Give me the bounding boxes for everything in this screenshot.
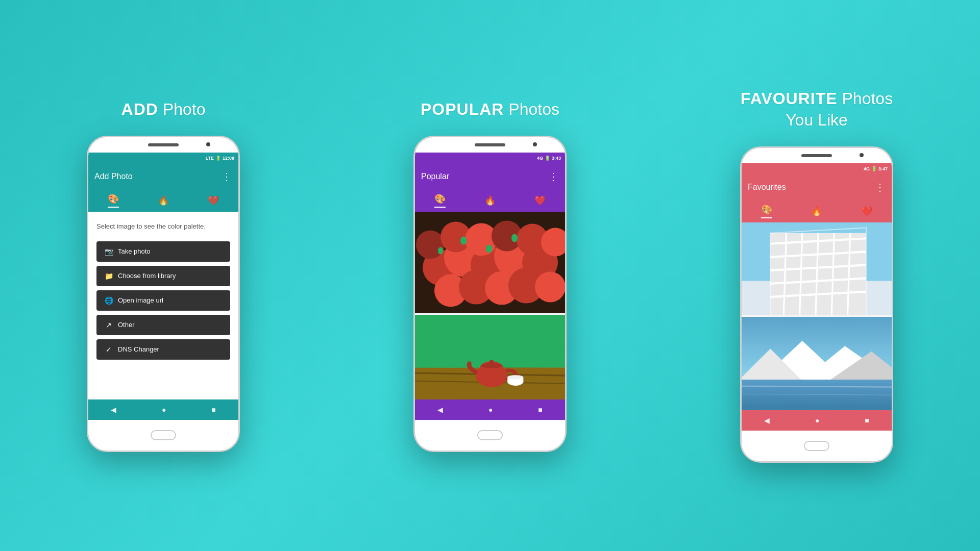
tab-fire-3[interactable]: 🔥: [811, 206, 822, 217]
status-bar-3: 4G 🔋 3:47: [742, 163, 892, 174]
back-nav-2[interactable]: ◀: [437, 406, 443, 414]
app-bar-title-3: Favourites: [748, 183, 875, 192]
title-bold-popular: POPULAR: [421, 100, 504, 118]
nav-bar-2: ◀ ● ■: [415, 399, 565, 420]
tab-bar-1: 🎨 🔥 ❤️: [88, 189, 238, 212]
photo-grid-favourites: [742, 222, 892, 410]
signal-icon-3: 4G: [864, 166, 870, 171]
back-nav-1[interactable]: ◀: [111, 406, 116, 414]
home-nav-3[interactable]: ●: [815, 416, 819, 424]
tab-bar-2: 🎨 🔥 ❤️: [415, 189, 565, 212]
phone-camera-3: [860, 153, 864, 157]
phone-add-photo: LTE 🔋 12:09 Add Photo ⋮ 🎨 🔥 ❤️ Select im…: [87, 136, 240, 452]
tab-heart-2[interactable]: ❤️: [534, 195, 546, 206]
dns-changer-label: DNS Changer: [118, 345, 159, 353]
take-photo-label: Take photo: [118, 247, 151, 255]
section-favourites: FAVOURITE PhotosYou Like 4G 🔋 3:47 Favou…: [653, 88, 980, 462]
tab-heart-3[interactable]: ❤️: [861, 206, 872, 217]
open-url-label: Open image url: [118, 296, 163, 304]
svg-point-18: [486, 244, 492, 253]
battery-icon-1: 🔋: [215, 156, 221, 161]
phone-top-bar-2: [415, 137, 565, 153]
status-bar-2: 4G 🔋 3:43: [415, 153, 565, 164]
svg-point-20: [438, 247, 443, 254]
section-add-photo: ADD Photo LTE 🔋 12:09 Add Photo ⋮: [0, 99, 327, 452]
globe-icon: 🌐: [105, 296, 113, 305]
phone-speaker-3: [801, 154, 832, 157]
phone-home-button-2[interactable]: [477, 430, 503, 440]
more-menu-3[interactable]: ⋮: [875, 181, 886, 193]
share-icon: ↗: [105, 321, 113, 329]
phone-screen-1: LTE 🔋 12:09 Add Photo ⋮ 🎨 🔥 ❤️ Select im…: [88, 153, 238, 420]
svg-point-29: [489, 360, 494, 365]
title-normal-popular: Photos: [508, 100, 559, 118]
photo-mountain[interactable]: [742, 317, 892, 410]
phone-speaker-1: [148, 143, 179, 146]
screen-content-1: LTE 🔋 12:09 Add Photo ⋮ 🎨 🔥 ❤️ Select im…: [88, 153, 238, 420]
photo-pomegranates[interactable]: [415, 212, 565, 313]
recents-nav-2[interactable]: ■: [538, 406, 542, 414]
tab-palette-1[interactable]: 🎨: [108, 193, 119, 208]
signal-icon-2: 4G: [537, 156, 543, 161]
title-bold-add: ADD: [121, 100, 158, 118]
section-title-favourites: FAVOURITE PhotosYou Like: [741, 88, 893, 131]
choose-library-button[interactable]: 📁 Choose from library: [96, 266, 230, 286]
tab-fire-1[interactable]: 🔥: [158, 195, 169, 206]
svg-point-17: [460, 236, 467, 244]
dns-changer-button[interactable]: ✓ DNS Changer: [96, 339, 230, 360]
app-bar-title-1: Add Photo: [94, 172, 222, 181]
home-nav-1[interactable]: ●: [162, 406, 166, 414]
svg-point-19: [511, 234, 518, 242]
phone-popular: 4G 🔋 3:43 Popular ⋮ 🎨 🔥 ❤️: [413, 136, 567, 452]
battery-icon-3: 🔋: [871, 166, 877, 171]
photo-grid-popular: [415, 212, 565, 399]
add-photo-hint: Select image to see the color palette.: [96, 222, 230, 231]
phone-bottom-3: [742, 431, 892, 461]
phone-home-button-1[interactable]: [151, 430, 176, 440]
screen-content-2: 4G 🔋 3:43 Popular ⋮ 🎨 🔥 ❤️: [415, 153, 565, 420]
phone-screen-3: 4G 🔋 3:47 Favourites ⋮ 🎨 🔥 ❤️: [742, 163, 892, 431]
section-popular: POPULAR Photos 4G 🔋 3:43 Popular ⋮: [327, 99, 653, 452]
more-menu-2[interactable]: ⋮: [548, 170, 559, 183]
svg-point-32: [507, 375, 523, 379]
phone-bottom-2: [415, 420, 565, 450]
phone-camera-1: [206, 142, 210, 146]
tab-fire-2[interactable]: 🔥: [484, 195, 496, 206]
back-nav-3[interactable]: ◀: [764, 416, 770, 424]
more-menu-1[interactable]: ⋮: [222, 170, 232, 183]
title-normal-add: Photo: [163, 100, 206, 118]
recents-nav-3[interactable]: ■: [865, 416, 869, 424]
nav-bar-3: ◀ ● ■: [742, 410, 892, 431]
tab-palette-2[interactable]: 🎨: [434, 193, 446, 208]
tab-palette-3[interactable]: 🎨: [761, 204, 772, 218]
title-bold-favourites: FAVOURITE: [741, 89, 838, 108]
home-nav-2[interactable]: ●: [488, 406, 493, 414]
folder-icon: 📁: [105, 272, 113, 280]
choose-library-label: Choose from library: [118, 272, 176, 280]
time-1: 12:09: [223, 156, 234, 161]
time-2: 3:43: [552, 156, 561, 161]
tab-heart-1[interactable]: ❤️: [208, 195, 219, 206]
tab-bar-3: 🎨 🔥 ❤️: [742, 200, 892, 222]
phone-top-bar-1: [88, 137, 238, 153]
open-url-button[interactable]: 🌐 Open image url: [96, 290, 230, 311]
phone-top-bar-3: [742, 148, 892, 163]
other-label: Other: [118, 321, 135, 329]
section-title-popular: POPULAR Photos: [421, 99, 559, 120]
svg-point-11: [416, 230, 445, 259]
take-photo-button[interactable]: 📷 Take photo: [96, 241, 230, 262]
svg-rect-21: [415, 315, 565, 368]
photo-teapot[interactable]: [415, 315, 565, 399]
other-button[interactable]: ↗ Other: [96, 315, 230, 335]
camera-icon: 📷: [105, 247, 113, 256]
time-3: 3:47: [878, 166, 888, 171]
signal-icon-1: LTE: [206, 156, 214, 161]
app-bar-3: Favourites ⋮: [742, 174, 892, 200]
phone-speaker-2: [475, 143, 505, 146]
photo-building[interactable]: [742, 222, 892, 316]
status-bar-1: LTE 🔋 12:09: [88, 153, 238, 164]
check-icon: ✓: [105, 345, 113, 354]
recents-nav-1[interactable]: ■: [211, 406, 215, 414]
status-icons-1: LTE 🔋 12:09: [206, 156, 234, 161]
phone-home-button-3[interactable]: [804, 441, 829, 451]
